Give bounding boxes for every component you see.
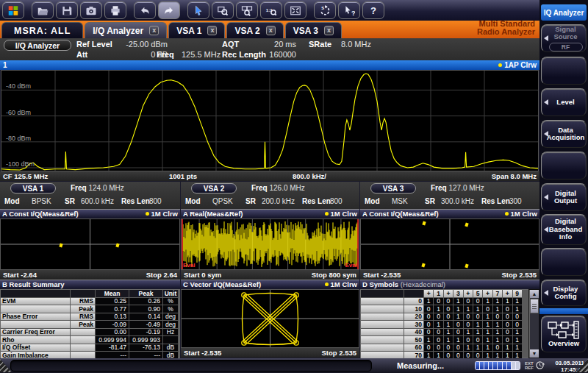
rs-row-name bbox=[1, 321, 70, 328]
tab-close-icon[interactable]: x bbox=[324, 26, 334, 35]
sym-bit: 0 bbox=[464, 313, 473, 321]
fit-screen-icon bbox=[290, 5, 301, 16]
rs-mean: 0.77 bbox=[96, 305, 129, 313]
sym-bit: 0 bbox=[464, 298, 473, 305]
rs-peak: 0.90 bbox=[129, 305, 162, 313]
softkey-display-config[interactable]: Display Config bbox=[541, 280, 587, 306]
sym-bit: 1 bbox=[473, 321, 482, 328]
context-help-button[interactable]: ? bbox=[338, 1, 360, 19]
channel-button[interactable]: I/Q Analyzer bbox=[4, 40, 71, 51]
rs-unit: % bbox=[163, 305, 178, 313]
vsa-window-title: A Const I/Q(Meas&Ref) bbox=[362, 210, 439, 218]
tab-vsa-1[interactable]: VSA 1x bbox=[168, 22, 225, 38]
screenshot-button[interactable] bbox=[80, 1, 102, 19]
aqt-label[interactable]: AQT bbox=[222, 40, 239, 49]
zoom-area-button[interactable] bbox=[212, 1, 234, 19]
vsa-mod[interactable]: Mod bbox=[185, 197, 201, 205]
vsa-freq[interactable]: Freq 126.0 MHz bbox=[251, 184, 305, 192]
tab-i-q-analyzer[interactable]: I/Q Analyzerx bbox=[85, 22, 167, 38]
vsa-rl[interactable]: Res Len bbox=[121, 197, 150, 205]
zoom-1-1-button[interactable]: 1:1 bbox=[260, 1, 282, 19]
msra-tab[interactable]: MSRA: ALL bbox=[1, 22, 83, 38]
tab-close-icon[interactable]: x bbox=[207, 26, 217, 35]
progress-segment bbox=[484, 362, 488, 369]
tab-close-icon[interactable]: x bbox=[149, 26, 159, 35]
tab-vsa-2[interactable]: VSA 2x bbox=[226, 22, 283, 38]
softkey-empty[interactable] bbox=[541, 248, 587, 276]
aqt-value[interactable]: 20 ms bbox=[237, 40, 296, 49]
symbols-scrollbar[interactable]: ▲ ▼ bbox=[529, 290, 539, 358]
open-file-button[interactable] bbox=[32, 1, 54, 19]
svg-text:S: S bbox=[321, 6, 324, 10]
fit-screen-button[interactable] bbox=[284, 1, 306, 19]
tab-close-icon[interactable]: x bbox=[266, 26, 276, 35]
rec-length-value[interactable]: 160000 bbox=[237, 50, 296, 59]
print-button[interactable] bbox=[104, 1, 126, 19]
srate-label[interactable]: SRate bbox=[309, 40, 331, 49]
vsa-sr[interactable]: SR bbox=[65, 197, 75, 205]
sym-bit: 0 bbox=[434, 313, 442, 321]
vsa-rl[interactable]: Res Len bbox=[302, 197, 331, 205]
rs-unit: deg bbox=[163, 321, 178, 328]
status-text: Measuring... bbox=[397, 361, 444, 370]
date-value: 03.05.2011 bbox=[549, 360, 584, 366]
vsa-button-2[interactable]: VSA 2 bbox=[191, 183, 237, 193]
vsa-mod[interactable]: Mod bbox=[365, 197, 380, 205]
freq-label[interactable]: Freq bbox=[157, 50, 174, 59]
overview-button[interactable]: Overview bbox=[541, 316, 587, 352]
sym-bit: 1 bbox=[483, 336, 492, 344]
save-button[interactable] bbox=[56, 1, 78, 19]
vsa-freq[interactable]: Freq 124.0 MHz bbox=[71, 184, 124, 192]
rs-row-name: Carrier Freq Error bbox=[1, 329, 70, 336]
ref-level-label[interactable]: Ref Level bbox=[76, 40, 112, 49]
sequence-button[interactable]: S bbox=[314, 1, 336, 19]
sym-col-header: + bbox=[424, 290, 433, 297]
softkey-level[interactable]: Level bbox=[541, 88, 587, 116]
vsa-start: Start -2.535 bbox=[363, 271, 401, 279]
softkey-signal-source[interactable]: Signal SourceRF bbox=[541, 24, 587, 52]
vsa-button-3[interactable]: VSA 3 bbox=[370, 183, 416, 193]
redo-button[interactable] bbox=[158, 1, 180, 19]
sym-bit: 0 bbox=[473, 313, 482, 321]
tabs-holder: I/Q AnalyzerxVSA 1xVSA 2xVSA 3x bbox=[85, 22, 342, 38]
vsa-mod[interactable]: Mod bbox=[4, 197, 20, 205]
zoom-windows-button[interactable] bbox=[236, 1, 258, 19]
srate-value[interactable]: 8.0 MHz bbox=[341, 40, 371, 49]
rs-row-name: EVM bbox=[1, 298, 70, 305]
spectrum-plot: -40 dBm-60 dBm-80 dBm-100 dBm bbox=[1, 70, 539, 171]
progress-segment bbox=[507, 362, 511, 369]
softkey-digital-output[interactable]: Digital Output bbox=[541, 183, 587, 211]
vsa-window-title: A Real(Meas&Ref) bbox=[183, 210, 243, 218]
vsa-rl[interactable]: Res Len bbox=[481, 197, 510, 205]
softkey-label: Level bbox=[556, 99, 574, 107]
select-pointer-button[interactable] bbox=[187, 1, 209, 19]
sym-bit: 0 bbox=[444, 344, 453, 352]
softkey-digital-baseband-info[interactable]: Digital Baseband Info bbox=[541, 214, 587, 245]
ext-ref-indicator: EXTREF bbox=[525, 360, 545, 370]
vsa-button-1[interactable]: VSA 1 bbox=[10, 183, 56, 193]
help-button[interactable]: ? bbox=[362, 1, 384, 19]
windows-logo-button[interactable] bbox=[2, 1, 24, 19]
per-div-value: 800.0 kHz/ bbox=[293, 172, 326, 180]
sym-bit: 1 bbox=[493, 298, 502, 305]
freq-value[interactable]: 125.5 MHz bbox=[182, 50, 220, 59]
softkey-data-acquisition[interactable]: Data Acquisition bbox=[541, 120, 587, 148]
rs-peak: 0.999 993 bbox=[129, 336, 162, 344]
y-axis-label: -80 dBm bbox=[6, 135, 31, 142]
sym-bit: 1 bbox=[493, 329, 502, 336]
softkey-empty[interactable] bbox=[541, 57, 587, 85]
undo-button[interactable] bbox=[134, 1, 156, 19]
vsa-sr[interactable]: SR bbox=[245, 197, 256, 205]
sym-bit: 0 bbox=[503, 329, 512, 336]
sym-bit: 0 bbox=[453, 344, 462, 352]
ref-level-value[interactable]: -25.00 dBm bbox=[109, 40, 168, 49]
scroll-up-icon[interactable]: ▲ bbox=[530, 290, 539, 298]
sym-bit: 1 bbox=[473, 305, 482, 313]
vsa-sr[interactable]: SR bbox=[425, 197, 435, 205]
att-label[interactable]: Att bbox=[76, 50, 87, 59]
tab-vsa-3[interactable]: VSA 3x bbox=[285, 22, 342, 38]
scroll-down-icon[interactable]: ▼ bbox=[530, 349, 539, 358]
vsa-freq[interactable]: Freq 127.0 MHz bbox=[431, 184, 484, 192]
softkey-empty[interactable] bbox=[541, 152, 587, 180]
scroll-thumb[interactable] bbox=[530, 299, 539, 313]
